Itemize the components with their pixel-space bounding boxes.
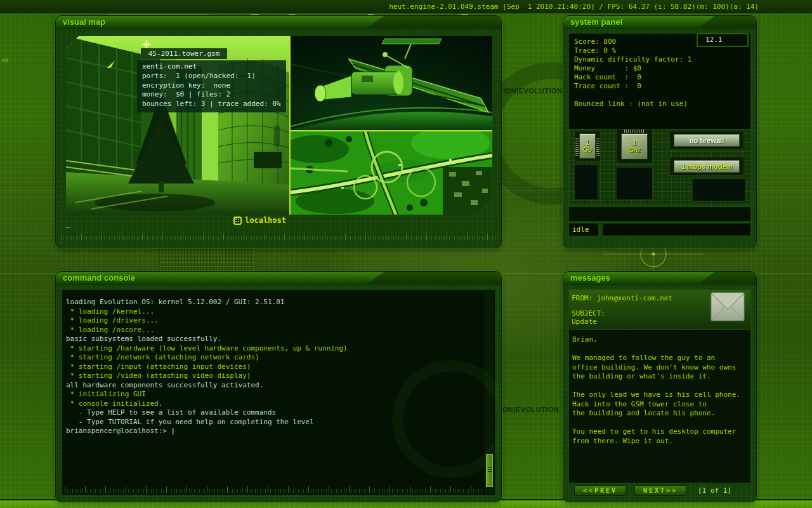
console-line: - Type TUTORIAL if you need help on comp… — [66, 418, 481, 427]
game-screen: TION|EVOLUTION TION|EVOLUTION a0 heut.en… — [0, 0, 812, 508]
host-info-tooltip: xenti-com.net ports: 1 (open/hacked: 1) … — [137, 60, 286, 112]
cpu-value: 1 — [632, 140, 636, 147]
console-line: * loading /drivers... — [66, 316, 481, 326]
evolution-watermark-text: TION|EVOLUTION — [495, 406, 560, 413]
firewall-module-icon: no firewall — [674, 134, 740, 147]
system-panel-title: system panel — [570, 17, 622, 27]
modem-module-icon: 1 mbps modem — [674, 160, 740, 173]
system-status: idle — [569, 224, 598, 236]
gsm-tower-marker-icon[interactable] — [142, 40, 151, 49]
aerial-roads-image — [291, 131, 492, 215]
messages-title: messages — [570, 273, 610, 283]
map-cursor-arrow-icon — [105, 58, 117, 69]
console-title: command console — [63, 273, 135, 283]
console-output: loading Evolution OS: kernel 5.12.002 / … — [66, 298, 481, 436]
console-line: * initializing GUI — [66, 390, 481, 399]
ram-unit: Gb — [583, 146, 592, 153]
empty-hardware-slot — [692, 178, 745, 201]
firewall-slot: no firewall — [669, 131, 744, 150]
console-line: loading Evolution OS: kernel 5.12.002 / … — [66, 298, 481, 307]
top-status-bar: heut.engine-2.01.049.steam [Sep 1 2010.2… — [0, 0, 812, 14]
envelope-icon — [710, 291, 745, 322]
visual-map-panel: visual map — [56, 16, 501, 248]
next-message-button[interactable]: NEXT>> — [634, 485, 686, 496]
firewall-label: no firewall — [690, 137, 724, 144]
console-line: all hardware components successfully act… — [66, 381, 481, 391]
system-spacer-bar — [569, 207, 750, 221]
visual-map-title: visual map — [63, 17, 105, 27]
console-line: * starting /video (attaching video displ… — [66, 371, 481, 381]
empty-hardware-slot — [616, 167, 653, 200]
version-readout: 12.1 — [697, 33, 749, 47]
messages-panel: messages FROM: john@xenti-com.net SUBJEC… — [563, 272, 756, 502]
map-text-cursor: _ — [65, 219, 70, 228]
modem-label: 1 mbps modem — [681, 163, 733, 170]
message-subject-value: Update — [572, 318, 597, 326]
command-console-panel: command console loading Evolution OS: ke… — [56, 272, 501, 502]
prev-message-button[interactable]: <<PREV — [574, 485, 626, 496]
system-panel: system panel Score: 800 Trace: 0 % Dynam… — [563, 16, 756, 248]
cpu-unit: Ghz — [629, 147, 641, 154]
cpu-slot: 1 Ghz — [616, 129, 653, 164]
console-line: * console initialized. — [66, 399, 481, 409]
message-subject-label: SUBJECT: — [572, 309, 605, 318]
console-line: * starting /input (attaching input devic… — [66, 363, 481, 372]
message-pager: [1 of 1] — [698, 486, 731, 495]
host-name: xenti-com.net — [142, 62, 197, 70]
console-caret: | — [171, 427, 176, 435]
console-line: * starting /network (attaching network c… — [66, 353, 481, 363]
system-stats-area: Score: 800 Trace: 0 % Dynamic difficulty… — [569, 34, 750, 131]
localhost-marker[interactable]: localhost — [233, 216, 286, 225]
edge-noise-text: a0 — [1, 57, 8, 64]
visual-map-title-bar — [56, 16, 501, 29]
ram-slot: 1 Gb — [574, 131, 601, 161]
console-prompt[interactable]: brianspencer@localhost:> | — [66, 427, 481, 436]
console-scrollbar-track — [485, 291, 494, 493]
background-data-noise — [159, 249, 254, 271]
host-info-lines: ports: 1 (open/hacked: 1) encryption key… — [142, 72, 281, 108]
message-body-area: Brian, We managed to follow the guy to a… — [569, 330, 750, 483]
localhost-icon — [233, 217, 242, 225]
console-line: - Type HELP to see a list of available c… — [66, 408, 481, 418]
console-line: * loading /oscore... — [66, 326, 481, 335]
console-line: * loading /kernel... — [66, 307, 481, 317]
cpu-chip-icon: 1 Ghz — [621, 133, 648, 159]
console-line: basic subsystems loaded successfully. — [66, 335, 481, 344]
message-body: Brian, We managed to follow the guy to a… — [572, 335, 740, 446]
ram-value: 1 — [586, 139, 589, 146]
system-stats: Score: 800 Trace: 0 % Dynamic difficulty… — [574, 37, 691, 109]
progress-bar-empty — [603, 224, 750, 236]
satellite-image — [291, 36, 492, 130]
empty-hardware-slot — [574, 164, 598, 200]
ram-chip-icon: 1 Gb — [579, 133, 596, 159]
console-ruler-ticks — [65, 486, 482, 493]
console-scrollbar-thumb[interactable] — [486, 454, 493, 487]
gsm-tower-label[interactable]: 45-2011.tower.gsm — [141, 48, 227, 59]
engine-status-text: heut.engine-2.01.049.steam [Sep 1 2010.2… — [389, 3, 759, 11]
map-ruler-ticks — [61, 234, 496, 240]
evolution-watermark-text: TION|EVOLUTION — [499, 87, 563, 95]
console-line: * starting /hardware (low level hardware… — [66, 344, 481, 354]
message-from: FROM: john@xenti-com.net — [572, 294, 672, 302]
modem-slot: 1 mbps modem — [669, 157, 744, 176]
console-terminal[interactable]: loading Evolution OS: kernel 5.12.002 / … — [62, 290, 495, 495]
hardware-board: 1 Gb 1 Ghz no firewall 1 mbps modem — [569, 129, 750, 205]
localhost-label: localhost — [245, 216, 286, 225]
message-header: FROM: john@xenti-com.net SUBJECT: Update — [569, 290, 750, 329]
